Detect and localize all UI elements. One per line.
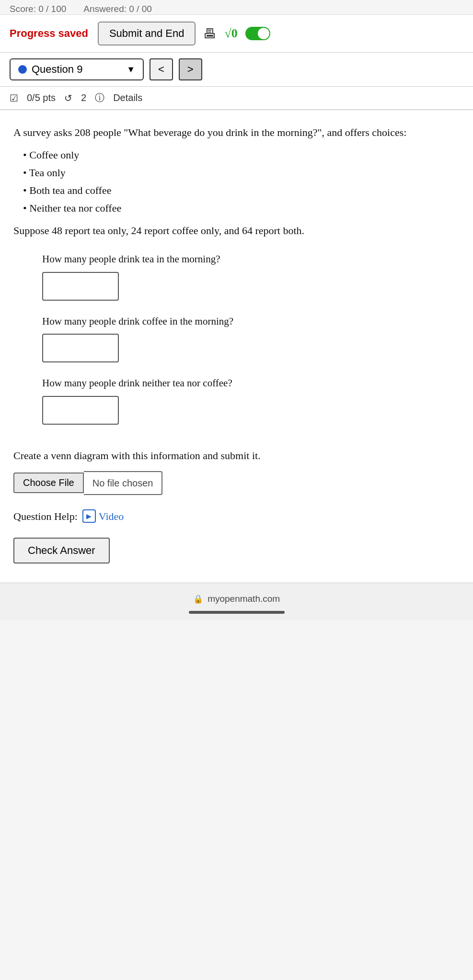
next-question-button[interactable]: >: [179, 58, 202, 80]
choose-file-button[interactable]: Choose File: [13, 473, 84, 493]
tea-question-label: How many people drink tea in the morning…: [42, 252, 460, 267]
coffee-question-label: How many people drink coffee in the morn…: [42, 314, 460, 329]
question-help: Question Help: ▶ Video: [13, 508, 460, 524]
question-dropdown-label: Question 9: [32, 63, 122, 76]
retry-count: 2: [81, 92, 86, 103]
pts-bar: ☑ 0/5 pts ↺ 2 ⓘ Details: [0, 87, 473, 110]
tea-answer-input[interactable]: [42, 272, 119, 301]
retry-icon: ↺: [64, 92, 72, 104]
score-text: Score: 0 / 100: [10, 4, 66, 14]
math-sqrt-icon: √0: [224, 26, 237, 41]
bullet-tea-only: • Tea only: [23, 165, 460, 180]
question-dropdown[interactable]: Question 9 ▼: [10, 58, 144, 80]
file-upload-row: Choose File No file chosen: [13, 471, 162, 495]
question-intro: A survey asks 208 people "What beverage …: [13, 124, 460, 140]
no-file-label: No file chosen: [84, 471, 163, 495]
coffee-answer-input[interactable]: [42, 334, 119, 362]
venn-section: Create a venn diagram with this informat…: [13, 448, 460, 495]
check-answer-container: Check Answer: [13, 524, 460, 563]
sub-question-tea: How many people drink tea in the morning…: [42, 252, 460, 301]
video-label: Video: [99, 508, 124, 524]
sub-question-coffee: How many people drink coffee in the morn…: [42, 314, 460, 363]
details-label: Details: [113, 92, 142, 103]
toolbar: Progress saved Submit and End 🖶 √0: [0, 15, 473, 53]
neither-question-label: How many people drink neither tea nor co…: [42, 376, 460, 391]
info-icon: ⓘ: [95, 91, 104, 104]
progress-saved-label: Progress saved: [10, 27, 88, 40]
submit-end-button[interactable]: Submit and End: [98, 22, 196, 45]
chevron-down-icon: ▼: [127, 65, 135, 75]
question-nav-bar: Question 9 ▼ < >: [0, 53, 473, 87]
toggle-knob: [258, 28, 269, 39]
check-answer-button[interactable]: Check Answer: [13, 538, 110, 563]
print-icon[interactable]: 🖶: [203, 26, 217, 42]
video-link[interactable]: ▶ Video: [82, 508, 124, 524]
checkbox-icon: ☑: [10, 92, 18, 104]
toggle-switch[interactable]: [245, 27, 270, 40]
venn-text: Create a venn diagram with this informat…: [13, 450, 261, 462]
bullet-both: • Both tea and coffee: [23, 182, 460, 198]
prev-question-button[interactable]: <: [150, 58, 173, 80]
answered-text: Answered: 0 / 00: [83, 4, 152, 14]
main-content: A survey asks 208 people "What beverage …: [0, 110, 473, 583]
bullet-list: • Coffee only • Tea only • Both tea and …: [23, 147, 460, 216]
scenario-text: Suppose 48 report tea only, 24 report co…: [13, 223, 460, 238]
help-label: Question Help:: [13, 508, 78, 524]
domain-label: myopenmath.com: [208, 594, 280, 604]
lock-icon: 🔒: [193, 595, 203, 604]
bullet-coffee-only: • Coffee only: [23, 147, 460, 163]
toggle-container[interactable]: [245, 27, 270, 40]
pts-label: 0/5 pts: [27, 92, 56, 103]
question-status-dot: [18, 65, 27, 74]
neither-answer-input[interactable]: [42, 396, 119, 425]
play-icon: ▶: [82, 509, 96, 523]
scroll-bar[interactable]: [189, 611, 285, 614]
bullet-neither: • Neither tea nor coffee: [23, 200, 460, 216]
top-scroll-indicator: Score: 0 / 100 Answered: 0 / 00: [0, 0, 473, 15]
sub-question-neither: How many people drink neither tea nor co…: [42, 376, 460, 425]
footer: 🔒 myopenmath.com: [0, 583, 473, 620]
